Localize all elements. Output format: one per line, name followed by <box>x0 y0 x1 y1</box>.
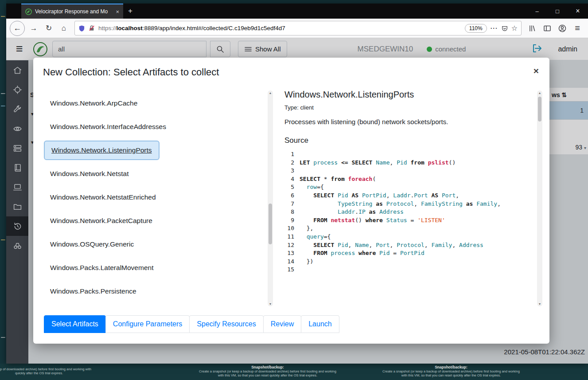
tracking-shield-icon[interactable] <box>78 25 85 32</box>
step-review[interactable]: Review <box>263 315 301 333</box>
artifact-list: Windows.Network.ArpCacheWindows.Network.… <box>42 84 266 311</box>
code-line: 8 Laddr.IP as Address <box>284 208 531 216</box>
browser-navbar: ← → ↻ ⌂ https://localhost:8889/app/index… <box>6 19 588 38</box>
source-heading: Source <box>284 136 531 145</box>
tab-close-icon[interactable]: × <box>116 8 119 15</box>
step-select-artifacts[interactable]: Select Artifacts <box>44 315 106 333</box>
code-line: 5 row={ <box>284 183 531 192</box>
new-tab-button[interactable]: + <box>123 4 137 19</box>
tab-favicon-velociraptor-icon <box>25 8 32 15</box>
bookmark-star-icon[interactable]: ☆ <box>511 24 518 32</box>
window-close-button[interactable]: × <box>568 4 588 19</box>
browser-tab[interactable]: Velociraptor Response and Mo × <box>21 4 123 19</box>
artifact-description: Processes with listening (bound) network… <box>284 118 531 125</box>
step-configure-parameters[interactable]: Configure Parameters <box>105 315 190 333</box>
modal-body: Windows.Network.ArpCacheWindows.Network.… <box>33 81 549 311</box>
firefox-window: Velociraptor Response and Mo × + – □ × ←… <box>6 4 588 364</box>
artifact-list-scrollbar[interactable]: ▴ ▾ <box>268 90 273 306</box>
browser-home-button[interactable]: ⌂ <box>57 21 71 35</box>
artifact-list-item[interactable]: Windows.Network.ListeningPorts <box>42 138 266 162</box>
modal-header: New Collection: Select Artifacts to coll… <box>33 58 549 81</box>
library-icon[interactable] <box>525 21 539 35</box>
page-actions-icon[interactable]: ··· <box>491 25 498 32</box>
code-line: 14 }) <box>284 258 531 266</box>
wallpaper-note: Snapshot/backup: Create a snapshot (or k… <box>382 365 520 377</box>
details-scrollbar[interactable]: ▴ ▾ <box>537 90 542 306</box>
artifact-list-item[interactable]: Windows.Packs.LateralMovement <box>42 256 266 279</box>
url-text: https://localhost:8889/app/index.html#/c… <box>98 25 461 31</box>
modal-close-icon[interactable]: × <box>533 67 539 75</box>
velociraptor-app: ≡ Show All MSEDGEWIN10 connected a <box>6 38 588 364</box>
code-line: 13 FROM process where Pid = PortPid <box>284 249 531 258</box>
url-bar[interactable]: https://localhost:8889/app/index.html#/c… <box>74 21 522 35</box>
desktop-wallpaper-left-strip <box>0 0 6 380</box>
code-line: 9 FROM netstat() where Status = 'LISTEN' <box>284 216 531 225</box>
zoom-level-indicator[interactable]: 110% <box>465 24 487 33</box>
step-specify-resources[interactable]: Specify Resources <box>189 315 263 333</box>
code-line: 4SELECT * from foreach( <box>284 175 531 184</box>
artifact-list-item[interactable]: Windows.Network.NetstatEnriched <box>42 185 266 209</box>
reload-button[interactable]: ↻ <box>42 21 56 35</box>
code-line: 12 SELECT Pid, Name, Port, Protocol, Fam… <box>284 241 531 250</box>
browser-titlebar: Velociraptor Response and Mo × + – □ × <box>6 4 588 19</box>
artifact-details: Windows.Network.ListeningPorts Type: cli… <box>273 84 535 311</box>
artifact-type-label: Type: client <box>284 104 531 111</box>
modal-footer: Select ArtifactsConfigure ParametersSpec… <box>33 311 549 344</box>
artifact-list-item[interactable]: Windows.Network.ArpCache <box>42 91 266 115</box>
modal-title: New Collection: Select Artifacts to coll… <box>43 67 219 78</box>
back-button[interactable]: ← <box>10 21 25 36</box>
artifact-list-item[interactable]: Windows.Packs.Persistence <box>42 279 266 303</box>
code-line: 15 <box>284 266 531 274</box>
scrollbar-thumb[interactable] <box>538 97 541 121</box>
tab-title: Velociraptor Response and Mo <box>35 8 113 15</box>
artifact-list-item[interactable]: Windows.Network.PacketCapture <box>42 209 266 232</box>
artifact-list-item[interactable]: Windows.Network.InterfaceAddresses <box>42 115 266 138</box>
window-minimize-button[interactable]: – <box>527 4 547 19</box>
code-block: 12LET process <= SELECT Name, Pid from p… <box>284 150 531 274</box>
artifact-list-item[interactable]: Windows.OSQuery.Generic <box>42 232 266 256</box>
code-line: 6 SELECT Pid AS PortPid, Laddr.Port AS P… <box>284 192 531 200</box>
scrollbar-thumb[interactable] <box>269 204 272 244</box>
scroll-down-icon[interactable]: ▾ <box>268 302 273 306</box>
code-line: 11 query={ <box>284 233 531 241</box>
code-line: 10 }, <box>284 224 531 233</box>
artifact-detail-title: Windows.Network.ListeningPorts <box>284 90 531 100</box>
scroll-up-icon[interactable]: ▴ <box>268 91 273 95</box>
account-icon[interactable] <box>555 21 569 35</box>
forward-button[interactable]: → <box>27 21 41 35</box>
sidebar-toggle-icon[interactable] <box>540 21 554 35</box>
window-maximize-button[interactable]: □ <box>547 4 568 19</box>
scroll-up-icon[interactable]: ▴ <box>537 91 542 95</box>
wizard-steps: Select ArtifactsConfigure ParametersSpec… <box>44 315 539 333</box>
artifact-list-item[interactable]: Windows.Network.Netstat <box>42 162 266 185</box>
pocket-icon[interactable] <box>502 25 508 31</box>
browser-menu-icon[interactable]: ≡ <box>570 21 584 35</box>
new-collection-modal: New Collection: Select Artifacts to coll… <box>33 58 549 344</box>
code-line: 1 <box>284 150 531 159</box>
step-launch[interactable]: Launch <box>301 315 339 333</box>
lock-insecure-icon[interactable] <box>89 25 95 31</box>
wallpaper-note-fragment: p of downloaded archive) before first bo… <box>0 367 111 375</box>
window-controls: – □ × <box>527 4 588 19</box>
desktop-wallpaper-bottom-strip: p of downloaded archive) before first bo… <box>0 364 588 380</box>
scroll-down-icon[interactable]: ▾ <box>537 302 542 306</box>
code-line: 2LET process <= SELECT Name, Pid from ps… <box>284 159 531 167</box>
code-line: 3 <box>284 167 531 175</box>
wallpaper-note: Snapshot/backup: Create a snapshot (or k… <box>199 365 337 377</box>
code-line: 7 TypeString as Protocol, FamilyString a… <box>284 200 531 208</box>
